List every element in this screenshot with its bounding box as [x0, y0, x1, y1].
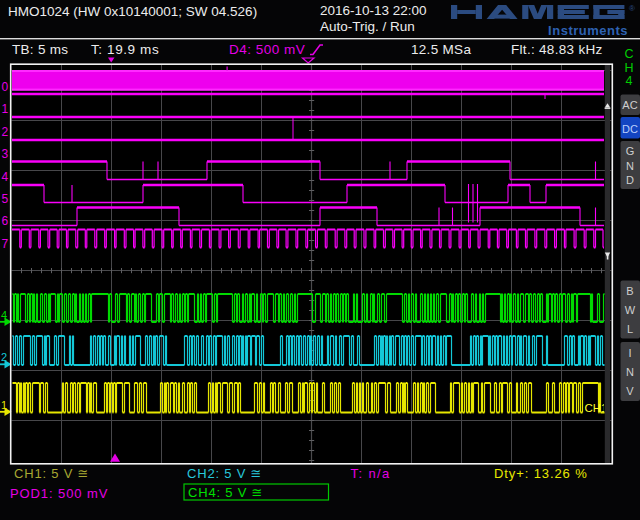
svg-text:B: B [626, 285, 633, 297]
svg-text:6: 6 [2, 214, 9, 228]
svg-text:W: W [625, 304, 636, 316]
svg-text:TB: 5 ms: TB: 5 ms [12, 42, 68, 57]
svg-text:D4: 500 mV: D4: 500 mV [229, 42, 305, 57]
svg-text:CH1: 5 V ≅: CH1: 5 V ≅ [14, 466, 89, 481]
svg-text:T: n/a: T: n/a [351, 466, 391, 481]
svg-text:HMO1024 (HW 0x10140001; SW 04.: HMO1024 (HW 0x10140001; SW 04.526) [8, 4, 257, 19]
svg-text:N: N [626, 160, 634, 172]
svg-text:CH2: 5 V ≅: CH2: 5 V ≅ [187, 466, 262, 481]
svg-text:7: 7 [2, 237, 9, 251]
svg-text:®: ® [629, 4, 635, 13]
svg-text:N: N [626, 366, 634, 378]
svg-text:Auto-Trig. / Run: Auto-Trig. / Run [320, 19, 415, 34]
svg-text:H: H [624, 61, 633, 75]
svg-text:V: V [626, 385, 634, 397]
svg-text:AC: AC [622, 99, 637, 111]
svg-text:1: 1 [2, 102, 9, 116]
svg-text:0: 0 [2, 80, 9, 94]
svg-text:CH4: 5 V ≅: CH4: 5 V ≅ [188, 485, 263, 500]
svg-text:3: 3 [2, 147, 9, 161]
svg-text:D: D [626, 174, 634, 186]
svg-text:T: 19.9 ms: T: 19.9 ms [91, 42, 159, 57]
svg-text:2: 2 [2, 125, 9, 139]
svg-text:L: L [627, 323, 633, 335]
svg-text:12.5 MSa: 12.5 MSa [411, 42, 471, 57]
svg-text:Instruments: Instruments [548, 23, 628, 38]
svg-text:2016-10-13 22:00: 2016-10-13 22:00 [320, 3, 427, 18]
svg-text:Flt.: 48.83 kHz: Flt.: 48.83 kHz [511, 42, 603, 57]
svg-text:POD1: 500 mV: POD1: 500 mV [10, 486, 108, 501]
svg-text:4: 4 [2, 170, 9, 184]
svg-text:4: 4 [626, 74, 633, 88]
svg-text:C: C [624, 47, 633, 61]
svg-text:DC: DC [622, 123, 638, 135]
svg-text:I: I [628, 347, 631, 359]
svg-text:5: 5 [2, 192, 9, 206]
svg-text:Dty+: 13.26 %: Dty+: 13.26 % [494, 466, 588, 481]
svg-text:G: G [626, 145, 635, 157]
